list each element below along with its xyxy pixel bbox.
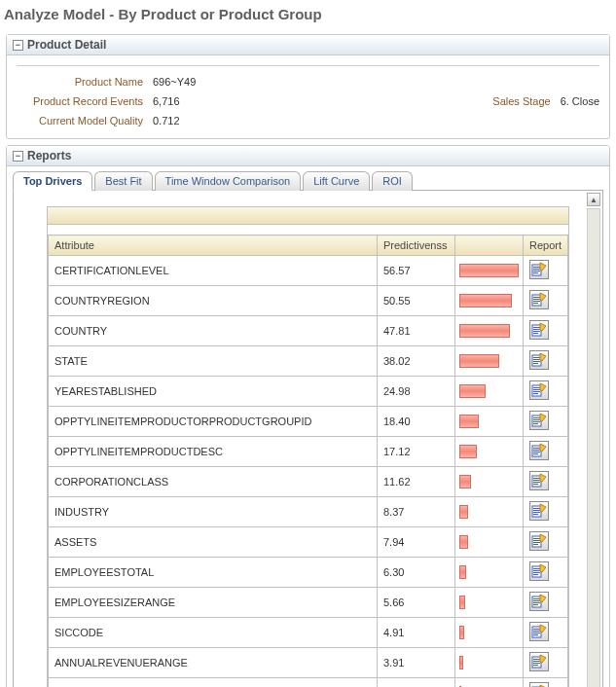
- svg-rect-3: [533, 271, 540, 271]
- cell-report: [523, 316, 567, 346]
- svg-rect-55: [533, 538, 540, 539]
- svg-rect-14: [533, 329, 540, 330]
- collapse-icon[interactable]: −: [13, 40, 23, 51]
- table-row: ANNUALREVENUERANGE3.91: [49, 648, 568, 678]
- svg-rect-37: [533, 448, 540, 449]
- cell-attribute: ASSETS: [49, 527, 378, 558]
- report-icon-button[interactable]: [529, 290, 549, 309]
- table-row: EMPLOYEESIZERANGE5.66: [49, 588, 568, 618]
- cell-attribute: YEARESTABLISHED: [49, 377, 378, 407]
- report-icon-button[interactable]: [529, 411, 549, 430]
- table-row: EMPLOYEESTOTAL6.30: [49, 558, 568, 588]
- svg-rect-8: [533, 299, 540, 300]
- svg-rect-9: [533, 301, 540, 302]
- col-predictiveness: Predictivenss: [377, 235, 454, 256]
- cell-report: [523, 256, 567, 286]
- cell-bar: [454, 558, 523, 588]
- label-model-quality: Current Model Quality: [17, 115, 153, 127]
- label-record-events: Product Record Events: [17, 95, 153, 107]
- report-icon-button[interactable]: [529, 531, 549, 551]
- tab-time-window-comparison[interactable]: Time Window Comparison: [155, 171, 302, 191]
- cell-attribute: SICCODE: [49, 618, 378, 648]
- cell-bar: [454, 497, 523, 527]
- cell-bar: [454, 678, 523, 688]
- svg-rect-2: [533, 269, 540, 270]
- tab-best-fit[interactable]: Best Fit: [94, 171, 152, 191]
- svg-rect-57: [533, 542, 540, 543]
- report-icon-button[interactable]: [529, 501, 549, 521]
- svg-rect-39: [533, 452, 540, 452]
- cell-predictiveness: 18.40: [377, 407, 454, 437]
- cell-bar: [454, 527, 523, 558]
- report-icon-button[interactable]: [529, 682, 549, 687]
- svg-marker-5: [540, 263, 546, 271]
- cell-predictiveness: 24.98: [377, 377, 454, 407]
- svg-rect-69: [533, 602, 540, 603]
- cell-predictiveness: 6.30: [377, 558, 454, 588]
- col-bar: [454, 235, 523, 256]
- svg-rect-40: [533, 453, 538, 454]
- svg-rect-34: [533, 423, 538, 424]
- cell-bar: [454, 377, 523, 407]
- value-sales-stage: 6. Close: [561, 95, 599, 107]
- report-icon-button[interactable]: [529, 652, 549, 671]
- tab-roi[interactable]: ROI: [372, 171, 413, 191]
- svg-marker-83: [540, 655, 546, 663]
- svg-marker-35: [540, 414, 546, 421]
- report-icon-button[interactable]: [529, 260, 549, 279]
- tab-content: ▲ Attribute Predictivenss Report CERTIFI…: [13, 191, 603, 687]
- cell-bar: [454, 648, 523, 678]
- report-icon-button[interactable]: [529, 441, 549, 460]
- value-product-name: 696~Y49: [153, 76, 196, 88]
- cell-report: [523, 346, 567, 377]
- svg-marker-29: [540, 383, 546, 391]
- cell-attribute: STATE: [49, 346, 378, 377]
- svg-rect-68: [533, 600, 540, 601]
- cell-predictiveness: 7.94: [377, 527, 454, 558]
- scrollbar-track[interactable]: [587, 208, 600, 687]
- svg-rect-50: [533, 510, 540, 511]
- svg-rect-80: [533, 661, 540, 662]
- svg-rect-46: [533, 484, 538, 485]
- report-icon-button[interactable]: [529, 592, 549, 611]
- report-icon-button[interactable]: [529, 561, 549, 581]
- tab-top-drivers[interactable]: Top Drivers: [13, 171, 92, 191]
- table-row: SICCODE4.91: [49, 618, 568, 648]
- svg-marker-53: [540, 504, 546, 512]
- svg-rect-45: [533, 482, 540, 483]
- cell-report: [523, 678, 567, 688]
- cell-predictiveness: 0.84: [377, 678, 454, 688]
- report-icon-button[interactable]: [529, 622, 549, 641]
- svg-rect-13: [533, 327, 540, 328]
- cell-report: [523, 648, 567, 678]
- table-top-band: [48, 207, 568, 225]
- report-table-wrap: Attribute Predictivenss Report CERTIFICA…: [47, 206, 569, 687]
- report-icon-button[interactable]: [529, 350, 549, 370]
- scroll-up-icon[interactable]: ▲: [587, 193, 600, 206]
- cell-report: [523, 558, 567, 588]
- svg-rect-27: [533, 391, 540, 392]
- report-icon-button[interactable]: [529, 320, 549, 340]
- svg-marker-71: [540, 595, 546, 602]
- tab-lift-curve[interactable]: Lift Curve: [303, 171, 370, 191]
- svg-rect-79: [533, 659, 540, 660]
- cell-attribute: EMPLOYEESTOTAL: [49, 558, 378, 588]
- collapse-icon[interactable]: −: [13, 151, 23, 162]
- svg-marker-65: [540, 564, 546, 572]
- cell-report: [523, 286, 567, 316]
- cell-bar: [454, 286, 523, 316]
- cell-attribute: LINEOFBUSINESS: [49, 678, 378, 688]
- report-icon-button[interactable]: [529, 380, 549, 400]
- cell-predictiveness: 8.37: [377, 497, 454, 527]
- svg-marker-23: [540, 353, 546, 361]
- svg-marker-77: [540, 625, 546, 633]
- report-icon-button[interactable]: [529, 471, 549, 490]
- table-row: CORPORATIONCLASS11.62: [49, 467, 568, 497]
- svg-marker-11: [540, 293, 546, 301]
- reports-panel: − Reports Top DriversBest FitTime Window…: [6, 145, 610, 687]
- svg-rect-75: [533, 633, 540, 633]
- svg-rect-32: [533, 419, 540, 420]
- cell-report: [523, 588, 567, 618]
- cell-attribute: OPPTYLINEITEMPRODUCTORPRODUCTGROUPID: [49, 407, 378, 437]
- cell-report: [523, 497, 567, 527]
